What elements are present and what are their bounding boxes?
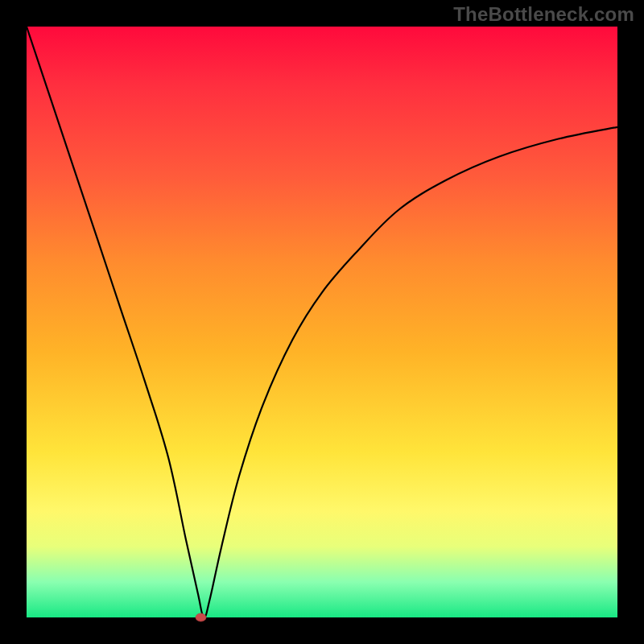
curve-svg [27, 27, 617, 617]
watermark-text: TheBottleneck.com [453, 3, 634, 26]
chart-frame: TheBottleneck.com [0, 0, 644, 644]
bottleneck-curve [27, 27, 617, 617]
min-marker [196, 613, 206, 621]
plot-area [27, 27, 617, 617]
